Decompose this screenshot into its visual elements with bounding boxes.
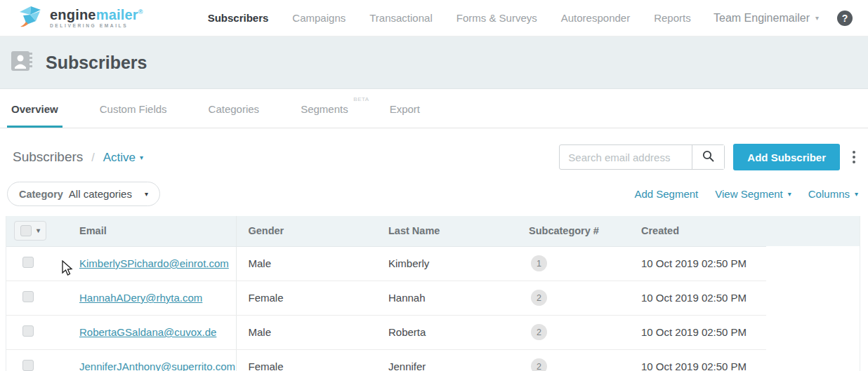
brand-tagline: DELIVERING EMAILS xyxy=(50,24,143,29)
chevron-down-icon: ▾ xyxy=(145,191,148,198)
column-header-last-name[interactable]: Last Name xyxy=(376,216,517,246)
gender-cell: Female xyxy=(236,281,376,315)
search-button[interactable] xyxy=(692,145,724,169)
category-filter-dropdown[interactable]: Category All categories ▾ xyxy=(7,182,160,206)
view-segment-dropdown[interactable]: View Segment ▾ xyxy=(715,188,791,200)
select-all-header: ▾ xyxy=(6,216,67,246)
view-segment-label: View Segment xyxy=(715,188,782,200)
help-icon[interactable]: ? xyxy=(837,11,853,26)
gender-cell: Male xyxy=(236,246,376,281)
table-row: JenniferJAnthony@superrito.com Female Je… xyxy=(6,349,860,371)
breadcrumb: Subscribers / Active ▾ xyxy=(13,149,143,165)
table-row: RobertaGSaldana@cuvox.de Male Roberta 2 … xyxy=(6,315,860,349)
breadcrumb-separator: / xyxy=(91,151,94,164)
brand-name-primary: engine xyxy=(50,7,96,22)
search-icon xyxy=(702,150,714,164)
tab-segments[interactable]: SegmentsBETA xyxy=(296,103,353,128)
add-subscriber-button[interactable]: Add Subscriber xyxy=(733,144,840,170)
section-tabs: Overview Custom Fields Categories Segmen… xyxy=(0,89,868,128)
brand-name-secondary: mailer xyxy=(96,7,138,22)
toolbar: Subscribers / Active ▾ Add Su xyxy=(0,128,868,177)
created-cell: 10 Oct 2019 02:50 PM xyxy=(629,349,766,371)
subscribers-table-container: ▾ Email Gender Last Name Subcategory # C… xyxy=(6,216,860,371)
search-input[interactable] xyxy=(560,145,692,169)
select-all-control[interactable]: ▾ xyxy=(14,221,46,241)
nav-item-autoresponder[interactable]: Autoresponder xyxy=(561,12,630,24)
topnav-right: Team Enginemailer ▾ ? xyxy=(714,11,853,26)
status-filter-value: Active xyxy=(103,151,136,165)
table-header-row: ▾ Email Gender Last Name Subcategory # C… xyxy=(6,216,860,246)
gender-cell: Female xyxy=(236,349,376,371)
row-checkbox[interactable] xyxy=(22,291,34,302)
last-name-cell: Kimberly xyxy=(376,246,517,281)
chevron-down-icon: ▾ xyxy=(855,191,858,198)
subcategory-count-badge: 2 xyxy=(531,358,547,371)
nav-item-forms-surveys[interactable]: Forms & Surveys xyxy=(456,12,537,24)
created-cell: 10 Oct 2019 02:50 PM xyxy=(629,315,766,349)
subscriber-email-link[interactable]: HannahADery@rhyta.com xyxy=(79,292,202,304)
subcategory-count-badge: 1 xyxy=(531,255,547,271)
subcategory-count-badge: 2 xyxy=(531,290,547,306)
account-name: Team Enginemailer xyxy=(714,12,810,25)
page-title: Subscribers xyxy=(46,53,147,73)
email-search xyxy=(559,144,725,170)
created-cell: 10 Oct 2019 02:50 PM xyxy=(629,281,766,315)
tab-export[interactable]: Export xyxy=(386,103,424,128)
subscriber-email-link[interactable]: JenniferJAnthony@superrito.com xyxy=(79,360,235,371)
address-book-icon xyxy=(10,49,34,76)
row-checkbox[interactable] xyxy=(22,257,34,268)
column-header-extra xyxy=(766,216,860,246)
logo-paper-plane-icon xyxy=(17,4,44,33)
account-menu[interactable]: Team Enginemailer ▾ xyxy=(714,12,819,25)
chevron-down-icon: ▾ xyxy=(815,15,819,22)
tab-segments-label: Segments xyxy=(301,103,348,115)
chevron-down-icon: ▾ xyxy=(140,154,143,161)
status-filter-dropdown[interactable]: Active ▾ xyxy=(103,151,143,165)
segment-links: Add Segment View Segment ▾ Columns ▾ xyxy=(634,188,858,200)
filter-row: Category All categories ▾ Add Segment Vi… xyxy=(0,177,868,216)
table-row: HannahADery@rhyta.com Female Hannah 2 10… xyxy=(6,281,860,315)
subscriber-email-link[interactable]: RobertaGSaldana@cuvox.de xyxy=(79,326,216,338)
subcategory-count-badge: 2 xyxy=(531,324,547,340)
row-checkbox[interactable] xyxy=(22,360,34,371)
chevron-down-icon: ▾ xyxy=(788,191,791,198)
tab-categories[interactable]: Categories xyxy=(204,103,264,128)
column-header-subcategory[interactable]: Subcategory # xyxy=(517,216,629,246)
subscribers-table: ▾ Email Gender Last Name Subcategory # C… xyxy=(6,216,860,371)
nav-item-transactional[interactable]: Transactional xyxy=(369,12,433,24)
nav-item-subscribers[interactable]: Subscribers xyxy=(208,12,269,24)
last-name-cell: Roberta xyxy=(376,315,517,349)
category-filter-label: Category xyxy=(19,189,63,200)
column-header-created[interactable]: Created xyxy=(629,216,766,246)
table-row: KimberlySPichardo@einrot.com Male Kimber… xyxy=(6,246,860,281)
select-all-checkbox[interactable] xyxy=(20,225,32,236)
registered-mark: ® xyxy=(138,8,143,15)
columns-label: Columns xyxy=(808,188,850,200)
tab-overview[interactable]: Overview xyxy=(7,103,63,128)
tab-custom-fields[interactable]: Custom Fields xyxy=(96,103,171,128)
enginemailer-logo[interactable]: enginemailer® DELIVERING EMAILS xyxy=(17,4,143,33)
row-checkbox[interactable] xyxy=(22,325,34,337)
kebab-menu-icon[interactable] xyxy=(848,148,860,166)
column-header-gender[interactable]: Gender xyxy=(236,216,376,246)
page-header: Subscribers xyxy=(0,36,868,89)
nav-item-campaigns[interactable]: Campaigns xyxy=(292,12,346,24)
main-menu: Subscribers Campaigns Transactional Form… xyxy=(208,12,691,24)
logo-text: enginemailer® DELIVERING EMAILS xyxy=(50,8,143,29)
subscriber-email-link[interactable]: KimberlySPichardo@einrot.com xyxy=(79,257,229,269)
last-name-cell: Jennifer xyxy=(376,349,517,371)
beta-badge: BETA xyxy=(353,96,369,102)
created-cell: 10 Oct 2019 02:50 PM xyxy=(629,246,766,281)
nav-item-reports[interactable]: Reports xyxy=(654,12,691,24)
columns-dropdown[interactable]: Columns ▾ xyxy=(808,188,858,200)
gender-cell: Male xyxy=(236,315,376,349)
category-filter-value: All categories xyxy=(69,188,132,200)
toolbar-actions: Add Subscriber xyxy=(559,144,860,170)
top-navigation: enginemailer® DELIVERING EMAILS Subscrib… xyxy=(0,0,868,36)
chevron-down-icon: ▾ xyxy=(37,227,40,234)
subscribers-page: enginemailer® DELIVERING EMAILS Subscrib… xyxy=(0,0,868,371)
last-name-cell: Hannah xyxy=(376,281,517,315)
breadcrumb-root: Subscribers xyxy=(13,149,83,165)
column-header-email[interactable]: Email xyxy=(67,216,236,246)
add-segment-link[interactable]: Add Segment xyxy=(634,188,698,200)
